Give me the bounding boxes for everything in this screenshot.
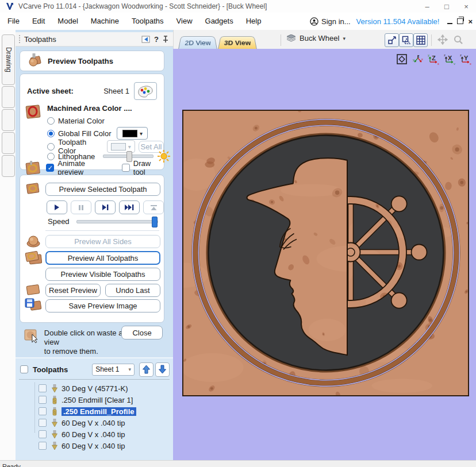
help-icon[interactable]: ? xyxy=(154,35,159,44)
toolpath-label[interactable]: .250 Endmill [Clear 1] xyxy=(62,396,133,404)
pause-button xyxy=(71,200,91,214)
toolpath-label[interactable]: .250 Endmill_Profile xyxy=(62,407,136,416)
animate-preview-check-control[interactable]: ✓ xyxy=(46,164,54,172)
toolpath-label[interactable]: 60 Deg V x .040 tip xyxy=(62,419,125,427)
sheet-selector-dropdown[interactable]: Sheet 1 ▾ xyxy=(92,364,135,376)
preview-selected-toolpath-button[interactable]: Preview Selected Toolpath xyxy=(45,183,160,196)
toolpath-row-6[interactable]: 60 Deg V x .040 tip xyxy=(16,440,173,451)
tab-blank-1[interactable] xyxy=(2,86,15,108)
menu-help[interactable]: Help xyxy=(240,13,268,30)
maximize-button[interactable]: □ xyxy=(437,0,456,13)
sheet-selector-value: Sheet 1 xyxy=(95,365,119,373)
preview-visible-toolpaths-button[interactable]: Preview Visible Toolpaths xyxy=(45,268,160,281)
toolpath-visibility-checkbox[interactable] xyxy=(39,407,47,415)
move-toolpath-up-button[interactable] xyxy=(139,362,153,377)
version-update-link[interactable]: Version 11.504 Available! xyxy=(356,17,440,26)
app-logo-icon xyxy=(6,2,14,10)
tab-2d-view[interactable]: 2D View xyxy=(178,36,217,49)
menu-model[interactable]: Model xyxy=(51,13,84,30)
minimize-button[interactable]: – xyxy=(417,0,437,13)
radio-material-color[interactable]: Material Color xyxy=(47,117,105,125)
reset-preview-icon xyxy=(26,284,41,296)
toolpaths-preview-panel: Toolpaths ? Preview Toolpaths xyxy=(16,30,173,357)
radio-material-color-control[interactable] xyxy=(47,117,55,125)
menu-edit[interactable]: Edit xyxy=(26,13,51,30)
toolpath-row-1[interactable]: 30 Deg V (45771-K) xyxy=(16,383,173,394)
vcarve-window: VCarve Pro 11.014 - {Jackwagon Woodworki… xyxy=(0,0,476,467)
menu-gadgets[interactable]: Gadgets xyxy=(199,13,240,30)
preview-toolpaths-icon xyxy=(26,53,42,68)
close-button[interactable]: Close xyxy=(121,326,163,339)
animate-preview-icon xyxy=(25,160,41,175)
y-view-icon[interactable]: Yzx xyxy=(460,53,473,65)
toolpath-row-5[interactable]: 60 Deg V x .040 tip xyxy=(16,429,173,440)
toolpath-label[interactable]: 30 Deg V (45771-K) xyxy=(62,384,128,393)
sign-in-label: Sign in... xyxy=(321,17,351,26)
preview-all-toolpaths-button[interactable]: Preview All Toolpaths xyxy=(45,251,160,265)
x-view-icon[interactable]: Xzy xyxy=(444,53,456,65)
isometric-view-icon[interactable]: zyx xyxy=(412,53,424,65)
run-to-end-button[interactable] xyxy=(119,200,140,214)
toolpath-visibility-checkbox[interactable] xyxy=(39,396,47,404)
mdi-minimize-icon[interactable] xyxy=(447,23,452,24)
animate-preview-label: Animate preview xyxy=(57,159,111,176)
speed-slider[interactable] xyxy=(76,220,158,223)
3d-view-canvas[interactable]: zyx Zyx Xzy Yzx xyxy=(173,49,476,460)
preview-toolpaths-headerbox: Preview Toolpaths xyxy=(20,51,164,71)
toolpath-label[interactable]: 60 Deg V x .040 tip xyxy=(62,430,125,439)
speed-slider-thumb[interactable] xyxy=(152,217,158,227)
undo-last-button[interactable]: Undo Last xyxy=(105,284,160,297)
close-window-button[interactable]: × xyxy=(456,0,476,13)
mdi-close-icon[interactable]: × xyxy=(468,17,473,26)
tab-drawing[interactable]: Drawing xyxy=(2,34,15,85)
save-preview-image-button[interactable]: Save Preview Image xyxy=(45,299,160,312)
lithophane-slider[interactable] xyxy=(103,155,153,158)
tab-blank-3[interactable] xyxy=(2,132,15,154)
toolpath-row-4[interactable]: 60 Deg V x .040 tip xyxy=(16,417,173,429)
panel-title: Toolpaths xyxy=(24,35,56,44)
preview-toolpaths-title: Preview Toolpaths xyxy=(48,57,113,65)
toolpath-row-2[interactable]: .250 Endmill [Clear 1] xyxy=(16,394,173,406)
menu-toolpaths[interactable]: Toolpaths xyxy=(125,13,170,30)
toolpath-visibility-checkbox[interactable] xyxy=(39,430,47,438)
play-button[interactable] xyxy=(47,200,67,214)
zoom-to-fit-view-icon[interactable] xyxy=(396,53,408,65)
sign-in-button[interactable]: Sign in... xyxy=(310,17,351,26)
svg-text:y: y xyxy=(454,62,455,65)
pin-icon[interactable] xyxy=(163,36,168,43)
tab-3d-view[interactable]: 3D View xyxy=(218,36,257,49)
radio-global-fill-control[interactable] xyxy=(47,130,55,137)
svg-text:Y: Y xyxy=(464,55,469,61)
menu-file[interactable]: File xyxy=(1,13,26,30)
sheet-color-palette-button[interactable] xyxy=(134,82,157,100)
toolpath-label[interactable]: 60 Deg V x .040 tip xyxy=(62,442,125,450)
reset-preview-label: Reset Preview xyxy=(49,286,97,295)
waste-area-cursor-icon xyxy=(24,329,40,344)
mdi-restore-icon[interactable] xyxy=(457,18,463,24)
toggle-grid-button[interactable] xyxy=(413,33,428,47)
user-icon xyxy=(310,17,318,26)
model-selector-dropdown[interactable]: Buck Wheel ▾ xyxy=(286,34,346,43)
draw-tool-checkbox[interactable]: Draw tool xyxy=(122,159,164,176)
toolpath-row-3[interactable]: .250 Endmill_Profile xyxy=(16,406,173,417)
menu-view[interactable]: View xyxy=(170,13,199,30)
tab-blank-2[interactable] xyxy=(2,109,15,131)
drag-handle[interactable] xyxy=(18,34,21,44)
dock-panel-icon[interactable] xyxy=(141,36,150,43)
reset-preview-button[interactable]: Reset Preview xyxy=(45,284,101,297)
tab-blank-4[interactable] xyxy=(2,155,15,177)
toolpath-visibility-checkbox[interactable] xyxy=(39,442,47,450)
animate-preview-checkbox[interactable]: ✓ Animate preview xyxy=(46,159,111,176)
save-preview-icon xyxy=(25,297,42,312)
menu-machine[interactable]: Machine xyxy=(85,13,125,30)
toolpath-visibility-checkbox[interactable] xyxy=(39,384,47,392)
zoom-extents-button[interactable] xyxy=(385,33,399,47)
toolpaths-master-checkbox[interactable] xyxy=(20,365,28,373)
zoom-extents-icon xyxy=(387,36,397,45)
move-toolpath-down-button[interactable] xyxy=(155,362,170,377)
draw-tool-check-control[interactable] xyxy=(122,164,130,172)
z-view-icon[interactable]: Zyx xyxy=(428,53,440,65)
zoom-to-drawing-button[interactable] xyxy=(399,33,413,47)
toolpath-visibility-checkbox[interactable] xyxy=(39,419,47,427)
step-forward-button[interactable] xyxy=(95,200,116,214)
